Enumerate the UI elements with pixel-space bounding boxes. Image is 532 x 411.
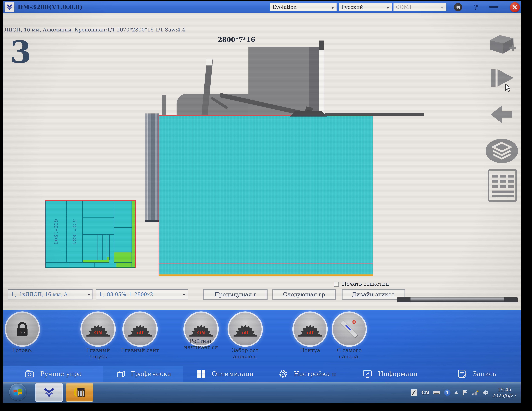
back-arrow-icon [487,103,516,126]
chevron-down-icon [183,294,186,296]
piece-dimension-label: 500*1884 [72,219,77,245]
main-start-button[interactable]: ON [82,313,114,346]
layout-piece [83,218,114,234]
chevron-down-icon [441,7,444,9]
network-warning-icon[interactable] [472,389,479,396]
action-center-flag-icon[interactable] [462,390,468,396]
start-button[interactable] [9,383,26,401]
sheet-index-number: 3 [10,37,31,67]
pontua-button[interactable]: off [294,313,326,346]
current-board-panel [159,115,373,276]
restart-from-beginning-button[interactable]: 0 [333,313,366,346]
pattern-select[interactable]: 1、88.05%_1_2800x2 [96,289,188,299]
beam-progress-bar [397,297,518,302]
taskbar-app-saw-tool[interactable] [66,383,93,402]
layout-piece [83,201,114,218]
titlebar: DM-3200(V1.0.0.0) Evolution Русский COM1… [3,1,521,13]
settings-gear-button[interactable] [454,3,462,11]
keyboard-tray-icon[interactable] [433,390,440,395]
svg-text:0: 0 [352,319,356,325]
taskbar-clock[interactable]: 19:45 2025/6/27 [492,387,517,399]
help-tray-icon[interactable]: ? [444,389,450,396]
profile-dropdown[interactable]: Evolution [270,3,337,11]
nav-tab-settings[interactable]: Настройка п [266,366,348,382]
main-navigation: Ручное упра Графическа Оптимизаци [3,366,521,382]
windows-flag-icon [13,388,22,396]
nav-tab-information[interactable]: Информаци [348,366,432,382]
layout-piece [109,234,114,260]
clock-time: 19:45 [492,387,517,392]
monitor-icon [362,369,373,379]
nav-tab-manual-control[interactable]: Ручное упра [3,366,103,382]
mouse-cursor [504,84,512,92]
layers-button[interactable] [485,138,519,164]
undo-button[interactable] [487,103,516,126]
lock-icon: Lock [13,320,32,338]
machine-column-cap [206,59,212,66]
svg-text:Lock: Lock [20,331,25,334]
note-icon [457,369,467,379]
show-hidden-icons-button[interactable] [454,391,458,394]
machine-control-panel: Lock Готово. ON Главный запуск off Главн… [3,310,521,366]
machine-button-label: Готово. [3,347,43,353]
saw-tool-icon [73,386,86,399]
machine-fence-bar [325,113,424,116]
nav-tab-label: Ручное упра [40,370,82,377]
svg-text:off: off [307,330,314,335]
piece-dimension-label: 600*1900 [53,219,59,245]
cutting-layout-preview[interactable]: 600*1900 500*1884 [45,200,136,268]
clock-date: 2025/6/27 [492,392,517,399]
machine-post-cap [319,40,324,50]
nav-tab-label: Оптимизаци [212,370,254,377]
saw-icon: ON [190,321,213,337]
layout-piece [102,234,107,260]
layout-piece [95,262,116,268]
system-tray: CN ? [411,382,517,403]
input-language-indicator[interactable]: CN [421,390,429,395]
layout-piece: 600*1900 [45,201,66,262]
add-panel-button[interactable] [488,32,516,56]
camera-icon [24,369,35,379]
com-port-dropdown[interactable]: COM1 [393,3,446,11]
nav-tab-record[interactable]: Запись [432,366,521,382]
play-icon [488,66,516,90]
close-button[interactable] [510,2,520,12]
machine-button-label: Забор ост ановлен. [227,347,263,359]
stock-select-value: 1、1хЛДСП, 16 мм, А [11,291,68,298]
svg-text:off: off [242,330,249,335]
language-dropdown[interactable]: Русский [339,3,392,11]
start-step-button[interactable] [488,66,516,90]
svg-text:ON: ON [197,330,205,335]
nav-tab-graphics[interactable]: Графическа [103,366,183,382]
window-icon [196,369,206,379]
ime-pen-icon[interactable] [411,389,418,396]
pickup-stopped-button[interactable]: off [229,313,262,346]
gear-icon [455,4,461,10]
com-port-dropdown-value: COM1 [396,4,412,10]
minimize-button[interactable] [489,6,498,8]
layout-waste-piece [116,262,132,268]
app-logo-icon [5,2,14,12]
main-saw-button[interactable]: off [124,313,156,346]
label-design-button[interactable]: Дизайн этикет [342,289,405,300]
machine-button-label: С самого начала. [332,347,367,359]
cut-line [159,263,373,263]
gear-icon [278,369,288,379]
svg-text:off: off [137,330,144,335]
window-title: DM-3200(V1.0.0.0) [18,1,83,13]
saw-icon: off [234,321,257,337]
layout-piece: 500*1884 [66,201,83,262]
nav-tab-optimization[interactable]: Оптимизаци [183,366,266,382]
keypad-button[interactable] [486,168,518,203]
stock-select[interactable]: 1、1хЛДСП, 16 мм, А [8,289,93,299]
speaker-icon[interactable] [482,390,488,396]
chevron-down-icon [386,7,389,9]
taskbar-app-dm3200[interactable] [35,383,63,402]
ready-lock-button[interactable]: Lock [6,313,39,346]
help-button[interactable]: ? [472,3,480,11]
print-label-checkbox[interactable] [334,282,339,287]
layout-piece [98,234,102,260]
previous-group-button[interactable]: Предыдущая г [203,289,267,300]
chevron-down-icon [331,7,334,9]
next-group-button[interactable]: Следующая гр [272,289,336,300]
